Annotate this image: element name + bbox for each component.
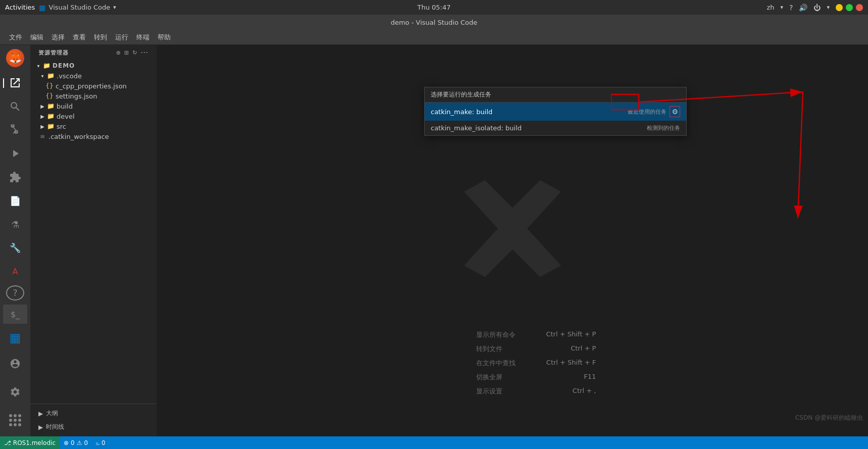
shortcut-row-0: 显示所有命令 Ctrl + Shift + P bbox=[476, 330, 596, 339]
task-item-label-0: catkin_make: build bbox=[431, 108, 628, 116]
menu-item-edit[interactable]: 编辑 bbox=[26, 31, 47, 44]
remote-count: 0 bbox=[101, 439, 106, 446]
system-bar-left: Activities ▦ Visual Studio Code ▾ bbox=[5, 4, 116, 12]
sidebar-outline-item[interactable]: ▶ 大纲 bbox=[38, 408, 148, 419]
sidebar-item-help[interactable]: ? bbox=[6, 285, 24, 301]
build-chevron-icon: ▶ bbox=[38, 102, 46, 110]
shortcut-label-3: 切换全屏 bbox=[476, 373, 502, 382]
build-folder-icon: 📁 bbox=[46, 102, 55, 110]
menu-item-terminal[interactable]: 终端 bbox=[132, 31, 154, 44]
vscode-watermark bbox=[457, 173, 568, 286]
shortcut-label-2: 在文件中查找 bbox=[476, 359, 516, 368]
shortcut-key-2: Ctrl + Shift + F bbox=[546, 359, 596, 368]
sidebar-item-flask[interactable]: ⚗ bbox=[3, 215, 27, 234]
task-picker-title: 选择要运行的生成任务 bbox=[431, 91, 491, 98]
menu-item-run[interactable]: 运行 bbox=[111, 31, 132, 44]
task-gear-icon[interactable]: ⚙ bbox=[670, 106, 680, 117]
more-options-icon[interactable]: ··· bbox=[140, 49, 148, 56]
file-tree: ▾ 📁 DEMO ▾ 📁 .vscode {} c_cpp_properties… bbox=[30, 61, 157, 404]
system-bar: Activities ▦ Visual Studio Code ▾ Thu 05… bbox=[0, 0, 868, 15]
minimize-button[interactable] bbox=[836, 4, 843, 11]
catkin-file-icon: ≡ bbox=[38, 132, 46, 140]
apps-grid-icon[interactable] bbox=[3, 408, 27, 432]
src-chevron-icon: ▶ bbox=[38, 122, 46, 130]
sidebar-item-vscode-icon[interactable]: ▦ bbox=[3, 328, 27, 347]
timeline-chevron-icon: ▶ bbox=[38, 424, 43, 431]
tree-item-src[interactable]: ▶ 📁 src bbox=[30, 121, 157, 131]
firefox-icon: 🦊 bbox=[6, 49, 24, 67]
status-errors-item[interactable]: ⊗ 0 ⚠ 0 bbox=[60, 436, 92, 449]
shortcuts-list: 显示所有命令 Ctrl + Shift + P 转到文件 Ctrl + P 在文… bbox=[476, 330, 596, 396]
system-dropdown-icon[interactable]: ▾ bbox=[827, 4, 830, 11]
sidebar-item-search[interactable] bbox=[3, 97, 27, 117]
lang-dropdown-icon[interactable]: ▾ bbox=[781, 4, 784, 11]
tree-item-settings[interactable]: {} settings.json bbox=[30, 91, 157, 101]
branch-icon: ⎇ bbox=[4, 439, 11, 446]
sound-icon[interactable]: 🔊 bbox=[799, 4, 807, 12]
activity-bar-bottom bbox=[3, 352, 27, 432]
tree-item-vscode[interactable]: ▾ 📁 .vscode bbox=[30, 71, 157, 81]
sidebar-item-extensions[interactable] bbox=[3, 168, 27, 187]
task-item-label-1: catkin_make_isolated: build bbox=[431, 124, 647, 132]
menu-item-help[interactable]: 帮助 bbox=[154, 31, 175, 44]
sidebar-item-run-debug[interactable] bbox=[3, 144, 27, 164]
dropdown-arrow-icon[interactable]: ▾ bbox=[113, 4, 116, 11]
sidebar-item-source-control[interactable] bbox=[3, 120, 27, 140]
question-icon[interactable]: ? bbox=[789, 4, 793, 12]
vscode-logo-icon: ▦ bbox=[39, 4, 45, 12]
status-bar: ⎇ ROS1.melodic ⊗ 0 ⚠ 0 ⎁ 0 bbox=[0, 436, 868, 449]
sidebar-item-terminal-icon[interactable]: $_ bbox=[3, 305, 27, 324]
vscode-folder-icon: 📁 bbox=[46, 72, 55, 80]
status-branch-item[interactable]: ⎇ ROS1.melodic bbox=[0, 436, 60, 449]
menu-item-view[interactable]: 查看 bbox=[69, 31, 90, 44]
system-bar-right: zh ▾ ? 🔊 ⏻ ▾ bbox=[767, 4, 863, 12]
new-folder-icon[interactable]: ⊞ bbox=[124, 49, 129, 56]
sidebar-item-explorer[interactable] bbox=[3, 73, 27, 93]
build-label: build bbox=[57, 103, 73, 110]
tree-item-devel[interactable]: ▶ 📁 devel bbox=[30, 111, 157, 121]
task-picker-item-0[interactable]: catkin_make: build 最近使用的任务 ⚙ bbox=[425, 103, 686, 121]
sidebar-timeline-item[interactable]: ▶ 时间线 bbox=[38, 422, 148, 432]
catkin-file-label: .catkin_workspace bbox=[48, 133, 109, 140]
task-picker-item-1[interactable]: catkin_make_isolated: build 检测到的任务 bbox=[425, 121, 686, 135]
tree-root[interactable]: ▾ 📁 DEMO bbox=[30, 61, 157, 71]
menu-item-file[interactable]: 文件 bbox=[5, 31, 26, 44]
error-icon: ⊗ bbox=[64, 439, 69, 446]
sidebar-item-extra2[interactable]: A bbox=[3, 262, 27, 281]
app-launcher-icon[interactable]: 🦊 bbox=[6, 49, 24, 67]
shortcut-label-1: 转到文件 bbox=[476, 344, 502, 354]
shortcut-row-2: 在文件中查找 Ctrl + Shift + F bbox=[476, 359, 596, 368]
new-file-icon[interactable]: ⊕ bbox=[116, 49, 121, 56]
branch-label: ROS1.melodic bbox=[13, 439, 56, 446]
activities-label[interactable]: Activities bbox=[5, 4, 35, 11]
sidebar-item-account[interactable] bbox=[3, 352, 27, 376]
sidebar-item-notes[interactable]: 📄 bbox=[3, 191, 27, 211]
task-badge-text-0: 最近使用的任务 bbox=[628, 108, 667, 116]
maximize-button[interactable] bbox=[846, 4, 853, 11]
menu-item-goto[interactable]: 转到 bbox=[90, 31, 111, 44]
json-file-icon: {} bbox=[45, 82, 54, 90]
cpp-file-label: c_cpp_properties.json bbox=[56, 82, 127, 90]
sidebar-item-settings[interactable] bbox=[3, 380, 27, 404]
src-folder-icon: 📁 bbox=[46, 122, 55, 130]
shortcut-label-4: 显示设置 bbox=[476, 387, 502, 396]
src-label: src bbox=[57, 123, 66, 130]
sidebar: 资源管理器 ⊕ ⊞ ↻ ··· ▾ 📁 DEMO ▾ 📁 .vscode bbox=[30, 45, 157, 436]
vscode-title-area: ▦ Visual Studio Code ▾ bbox=[39, 4, 116, 12]
menu-item-select[interactable]: 选择 bbox=[47, 31, 69, 44]
tree-item-cpp[interactable]: {} c_cpp_properties.json bbox=[30, 81, 157, 91]
activity-bar: 🦊 bbox=[0, 45, 30, 436]
root-label: DEMO bbox=[53, 62, 75, 69]
status-remote-item[interactable]: ⎁ 0 bbox=[92, 436, 110, 449]
tree-item-build[interactable]: ▶ 📁 build bbox=[30, 101, 157, 111]
task-picker-header: 选择要运行的生成任务 bbox=[425, 87, 686, 103]
refresh-icon[interactable]: ↻ bbox=[132, 49, 137, 56]
sidebar-item-extra1[interactable]: 🔧 bbox=[3, 238, 27, 258]
outline-chevron-icon: ▶ bbox=[38, 410, 43, 417]
shortcut-row-4: 显示设置 Ctrl + , bbox=[476, 387, 596, 396]
tree-item-catkin[interactable]: ≡ .catkin_workspace bbox=[30, 131, 157, 141]
language-indicator[interactable]: zh bbox=[767, 4, 774, 11]
power-icon[interactable]: ⏻ bbox=[813, 4, 821, 12]
close-button[interactable] bbox=[856, 4, 863, 11]
csdn-watermark: CSDN @爱科研的瞌睡虫 bbox=[795, 414, 863, 422]
